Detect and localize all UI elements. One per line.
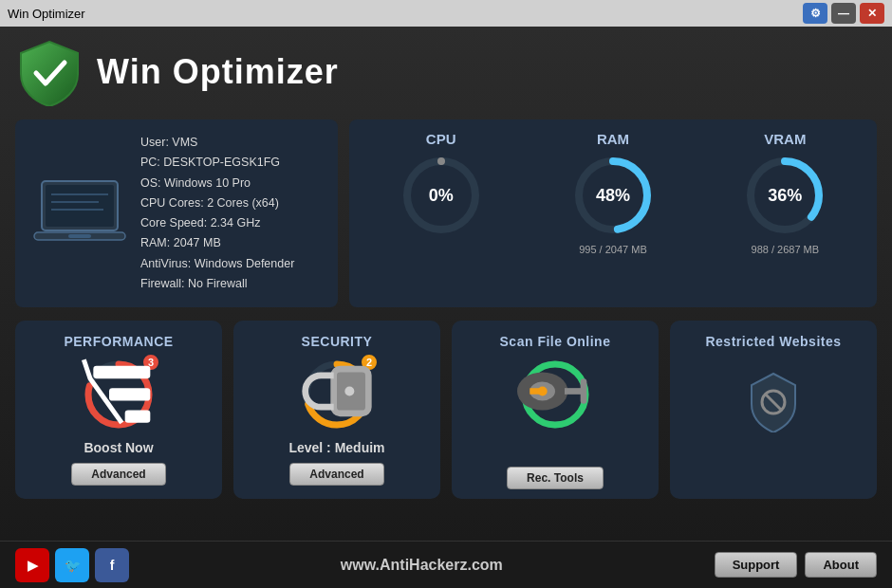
title-bar-controls: ⚙ — ✕: [803, 3, 884, 24]
logo-shield: [15, 38, 84, 106]
performance-icon: [81, 354, 157, 436]
vram-circle: 36%: [742, 153, 827, 238]
svg-point-29: [538, 387, 548, 396]
sys-core-speed: Core Speed: 2.34 GHz: [140, 213, 294, 233]
ram-pct: 48%: [596, 186, 630, 206]
header: Win Optimizer: [15, 38, 877, 106]
performance-title: PERFORMANCE: [64, 334, 173, 349]
security-card: SECURITY 2 Level : Meduim Advanced: [233, 321, 440, 499]
sys-pc: PC: DESKTOP-EGSK1FG: [140, 153, 294, 173]
cards-row: PERFORMANCE 3 Boost Now Advanced: [15, 321, 877, 499]
svg-rect-17: [93, 366, 150, 378]
twitter-icon: 🐦: [65, 558, 81, 573]
ram-label: RAM: [597, 131, 629, 147]
facebook-button[interactable]: f: [95, 548, 129, 582]
scan-rec-tools-button[interactable]: Rec. Tools: [507, 467, 604, 489]
sys-os: OS: Windows 10 Pro: [140, 174, 294, 193]
restricted-title: Restricted Websites: [705, 334, 841, 349]
pc-icon: [32, 174, 127, 253]
footer-url: www.AntiHackerz.com: [129, 557, 715, 574]
sys-firewall: Firewall: No Firewall: [140, 274, 294, 294]
security-icon: [299, 354, 375, 436]
sys-antivirus: AntiVirus: Windows Defender: [140, 254, 294, 274]
svg-rect-1: [46, 185, 114, 227]
scan-card: Scan File Online: [452, 321, 659, 499]
app-title: Win Optimizer: [97, 52, 339, 92]
close-button[interactable]: ✕: [860, 3, 884, 24]
cpu-pct: 0%: [429, 186, 454, 206]
security-circle: 2: [299, 357, 375, 432]
scan-title: Scan File Online: [500, 334, 611, 349]
svg-point-21: [344, 387, 354, 396]
performance-card: PERFORMANCE 3 Boost Now Advanced: [15, 321, 222, 499]
security-advanced-button[interactable]: Advanced: [289, 463, 383, 486]
main-content: Win Optimizer: [0, 27, 892, 541]
security-subtitle: Level : Meduim: [288, 440, 384, 455]
ram-circle: 48%: [570, 153, 656, 238]
ram-sub: 995 / 2047 MB: [579, 244, 647, 255]
footer-buttons: Support About: [715, 552, 877, 578]
cpu-gauge: CPU 0%: [399, 131, 484, 244]
footer: ▶ 🐦 f www.AntiHackerz.com Support About: [0, 541, 892, 588]
settings-button[interactable]: ⚙: [803, 3, 827, 24]
cpu-label: CPU: [426, 131, 456, 147]
sys-info-text: User: VMS PC: DESKTOP-EGSK1FG OS: Window…: [140, 133, 294, 294]
restricted-icon: [740, 366, 807, 441]
gauges-panel: CPU 0% RAM 48%: [349, 119, 877, 307]
cpu-circle: 0%: [399, 153, 484, 238]
vram-sub: 988 / 2687 MB: [752, 244, 820, 255]
performance-advanced-button[interactable]: Advanced: [71, 463, 165, 486]
minimize-button[interactable]: —: [831, 3, 856, 24]
title-bar-text: Win Optimizer: [8, 7, 85, 21]
scan-circle: [517, 357, 593, 432]
vram-pct: 36%: [768, 186, 802, 206]
social-icons: ▶ 🐦 f: [15, 548, 129, 582]
performance-subtitle: Boost Now: [84, 440, 153, 455]
title-bar: Win Optimizer ⚙ — ✕: [0, 0, 892, 27]
security-title: SECURITY: [302, 334, 373, 349]
twitter-button[interactable]: 🐦: [55, 548, 89, 582]
svg-rect-16: [109, 388, 150, 400]
vram-label: VRAM: [764, 131, 806, 147]
info-gauges-row: User: VMS PC: DESKTOP-EGSK1FG OS: Window…: [15, 119, 877, 307]
restricted-card: Restricted Websites: [670, 321, 877, 499]
sys-ram: RAM: 2047 MB: [140, 233, 294, 253]
youtube-button[interactable]: ▶: [15, 548, 49, 582]
svg-rect-6: [68, 234, 91, 238]
vram-gauge: VRAM 36% 988 / 2687 MB: [742, 131, 827, 255]
scan-icon: [517, 354, 593, 436]
ram-gauge: RAM 48% 995 / 2047 MB: [570, 131, 656, 255]
system-info-panel: User: VMS PC: DESKTOP-EGSK1FG OS: Window…: [15, 119, 338, 307]
support-button[interactable]: Support: [715, 552, 798, 578]
svg-rect-27: [581, 378, 587, 404]
performance-circle: 3: [81, 357, 157, 432]
sys-cpu: CPU Cores: 2 Cores (x64): [140, 193, 294, 213]
about-button[interactable]: About: [805, 552, 877, 578]
sys-user: User: VMS: [140, 133, 294, 153]
svg-rect-15: [125, 411, 151, 423]
